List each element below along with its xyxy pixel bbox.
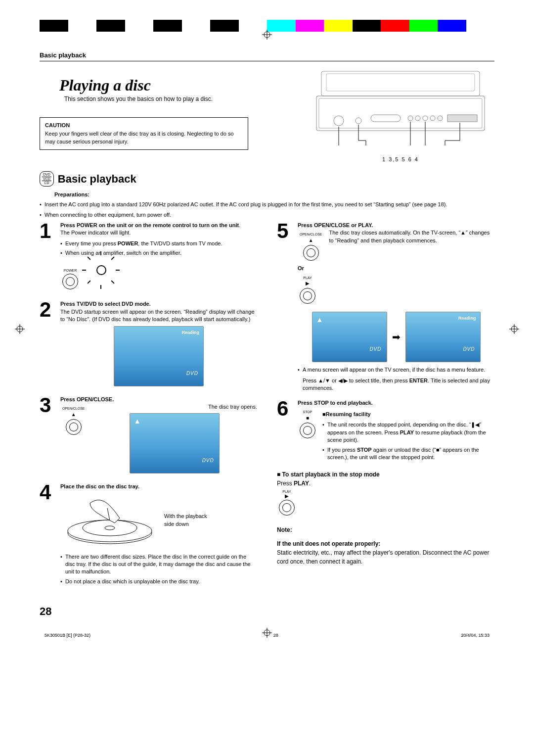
step-number: 5 [277, 222, 293, 392]
note-body: Static electricity, etc., may affect the… [277, 548, 494, 566]
step-heading: Press POWER on the unit or on the remote… [60, 222, 239, 228]
section-heading-text: Basic playback [58, 173, 136, 186]
list-item: Do not place a disc which is unplayable … [60, 578, 257, 585]
resuming-heading: ■Resuming facility [322, 411, 494, 418]
step-number: 1 [40, 222, 55, 293]
step-text: Press ▲/▼ or ◀/▶ to select title, then p… [298, 377, 494, 392]
svg-point-19 [430, 116, 435, 121]
diagram-callout-labels: 1 3,5 5 6 4 [307, 156, 494, 162]
eject-icon: ▲ [134, 417, 141, 426]
step-4: 4 Place the disc on the disc tray. With … [40, 483, 257, 588]
list-item: A menu screen will appear on the TV scre… [298, 366, 494, 374]
footer-right: 20/4/04, 15:33 [461, 633, 490, 638]
svg-rect-9 [321, 71, 480, 96]
section-heading: DVD VCD CD Basic playback [40, 171, 494, 187]
step-2: 2 Press TV/DVD to select DVD mode. The D… [40, 300, 257, 388]
step-heading: Press STOP to end playback. [298, 400, 373, 406]
svg-rect-10 [326, 74, 475, 91]
caution-heading: CAUTION [45, 122, 243, 129]
screen-transition-figure: ▲DVD ➡ ReadingDVD [298, 312, 494, 362]
step-heading: Place the disc on the disc tray. [60, 483, 139, 489]
svg-rect-21 [447, 115, 477, 122]
step-heading: Press TV/DVD to select DVD mode. [60, 301, 151, 307]
step-number: 4 [40, 483, 55, 588]
registration-mark-bottom [262, 628, 272, 638]
step-number: 6 [277, 399, 293, 465]
step-6: 6 Press STOP to end playback. STOP■ ■Res… [277, 399, 494, 465]
svg-rect-11 [316, 96, 485, 131]
svg-point-17 [415, 116, 420, 121]
svg-point-20 [438, 116, 443, 121]
footer-left: 5K30501B [E] (P28-32) [44, 633, 90, 638]
preparations-list: Insert the AC cord plug into a standard … [40, 200, 494, 219]
tv-screen-figure: Reading DVD [114, 326, 204, 386]
step-number: 2 [40, 300, 55, 388]
registration-mark-top [262, 30, 272, 40]
stop-button-icon: STOP■ [300, 410, 315, 461]
list-item: When using an amplifier, switch on the a… [60, 249, 257, 257]
dvd-logo: DVD [202, 457, 214, 464]
play-button-icon: PLAY▶ [279, 490, 295, 517]
step-text: The DVD startup screen will appear on th… [60, 309, 255, 322]
dvd-logo: DVD [186, 370, 198, 377]
page-title: Playing a disc [59, 76, 297, 94]
footer-mid: 28 [273, 633, 278, 638]
header-rule [40, 61, 494, 61]
step-1: 1 Press POWER on the unit or on the remo… [40, 222, 257, 293]
step-3: 3 Press OPEN/CLOSE. OPEN/CLOSE▲ The disc… [40, 396, 257, 476]
step-5: 5 Press OPEN/CLOSE or PLAY. OPEN/CLOSE▲ … [277, 222, 494, 392]
svg-rect-12 [319, 98, 482, 128]
indicator-light-icon [91, 260, 111, 280]
arrow-right-icon: ➡ [392, 330, 400, 344]
svg-point-13 [334, 116, 344, 126]
figure-caption: With the playback side down [164, 513, 209, 528]
screen-status: Reading [181, 330, 199, 336]
page-number: 28 [40, 605, 494, 618]
page-subtitle: This section shows you the basics on how… [64, 95, 297, 102]
note-subheading: If the unit does not operate properly: [277, 540, 494, 547]
caution-box: CAUTION Keep your fingers well clear of … [40, 117, 248, 150]
list-item: Insert the AC cord plug into a standard … [40, 200, 494, 209]
list-item: Every time you press POWER, the TV/DVD s… [60, 240, 257, 247]
tv-screen-figure: ▲ DVD [130, 413, 220, 473]
svg-point-14 [356, 118, 361, 124]
svg-point-33 [83, 520, 137, 536]
play-button-icon: PLAY▶ [300, 276, 315, 305]
manual-page: Basic playback Playing a disc This secti… [0, 0, 534, 658]
step-text: The Power indicator will light. [60, 230, 131, 236]
step-heading: Press OPEN/CLOSE. [60, 396, 114, 402]
or-label: Or [298, 265, 304, 271]
disc-type-badge: DVD VCD CD [40, 171, 54, 187]
note-heading: Note: [277, 526, 494, 533]
step-text: The disc tray closes automatically. On t… [329, 229, 494, 308]
list-item: If you press STOP again or unload the di… [322, 446, 494, 462]
open-close-button-icon: OPEN/CLOSE▲ [300, 232, 322, 262]
list-item: There are two different disc sizes. Plac… [60, 553, 257, 576]
header-breadcrumb: Basic playback [40, 51, 494, 59]
restart-heading: ■ To start playback in the stop mode [277, 471, 494, 478]
power-button-icon: POWER [62, 268, 78, 291]
svg-rect-15 [371, 115, 400, 122]
caution-body: Keep your fingers well clear of the disc… [45, 130, 243, 145]
preparations-heading: Preparations: [54, 191, 494, 197]
step-text: The disc tray opens. [92, 403, 257, 411]
registration-mark-right [509, 324, 519, 334]
registration-mark-left [15, 324, 25, 334]
disc-tray-figure [60, 493, 159, 548]
open-close-button-icon: OPEN/CLOSE▲ [62, 406, 85, 436]
left-column: 1 Press POWER on the unit or on the remo… [40, 222, 257, 595]
step-heading: Press OPEN/CLOSE or PLAY. [298, 222, 373, 228]
svg-point-18 [423, 116, 428, 121]
device-front-diagram: 1 3,5 5 6 4 [307, 66, 494, 162]
svg-point-16 [408, 116, 413, 121]
right-column: 5 Press OPEN/CLOSE or PLAY. OPEN/CLOSE▲ … [277, 222, 494, 566]
restart-body: Press PLAY. [277, 480, 494, 487]
list-item: When connecting to other equipment, turn… [40, 211, 494, 219]
step-number: 3 [40, 396, 55, 476]
list-item: The unit records the stopped point, depe… [322, 421, 494, 444]
